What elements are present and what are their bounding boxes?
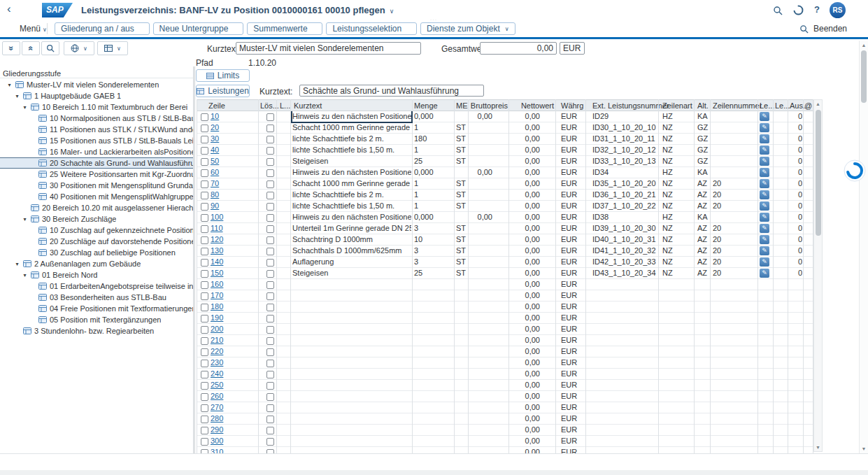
zeilennummer-cell[interactable]: 20 xyxy=(713,179,755,187)
row-select-checkbox[interactable] xyxy=(201,360,208,367)
ext-leistungsnummer-cell[interactable]: ID38 xyxy=(592,213,658,221)
loeschen-checkbox[interactable] xyxy=(266,292,274,300)
tree-item[interactable]: ▾ 20 Schachte als Grund- und Wahlausführ… xyxy=(0,157,193,169)
waehrung-cell[interactable]: EUR xyxy=(561,325,582,333)
langtext-edit-icon[interactable]: ✎ xyxy=(760,235,769,244)
tree-item[interactable]: ▾ 1 Hauptgebäude GAEB 1 xyxy=(0,90,193,101)
collapse-all-button[interactable]: « xyxy=(22,41,40,55)
langtext-edit-icon[interactable]: ✎ xyxy=(760,146,769,155)
col-zeilennummer[interactable]: Zeilennummer xyxy=(713,101,762,110)
col-zeile[interactable]: Zeile xyxy=(208,101,225,110)
langtext-edit-icon[interactable]: ✎ xyxy=(760,157,769,166)
tree-item[interactable]: ▾ 10 Zuschlag auf gekennzeichnete Positi… xyxy=(0,225,193,236)
tree-item[interactable]: ▾ 11 Positionen aus STLK / STLKWund ande… xyxy=(0,124,193,135)
nettowert-cell[interactable]: 0,00 xyxy=(509,381,540,389)
waehrung-cell[interactable]: EUR xyxy=(561,358,582,367)
col-bruttopreis[interactable]: Bruttopreis xyxy=(469,101,508,110)
waehrung-cell[interactable]: EUR xyxy=(561,403,582,411)
loeschen-checkbox[interactable] xyxy=(266,147,274,155)
expand-all-button[interactable]: » xyxy=(2,41,20,55)
zeile-link[interactable]: 90 xyxy=(211,201,246,210)
waehrung-cell[interactable]: EUR xyxy=(561,414,582,423)
zeile-link[interactable]: 230 xyxy=(211,358,246,367)
me-cell[interactable]: ST xyxy=(456,246,469,255)
user-avatar[interactable]: RS xyxy=(830,2,846,18)
loeschen-checkbox[interactable] xyxy=(266,393,274,401)
chevron-down-icon[interactable]: ∨ xyxy=(390,8,394,15)
zeilennummer-cell[interactable]: 20 xyxy=(713,235,755,243)
table-view-selector[interactable]: ∨ xyxy=(97,41,128,55)
kurztext-cell[interactable]: Hinweis zu den nächsten Positionen xyxy=(292,168,411,176)
menge-cell[interactable]: 0,000 xyxy=(414,168,453,176)
alt-cell[interactable]: AZ xyxy=(697,246,713,255)
nettowert-cell[interactable]: 0,00 xyxy=(509,358,540,367)
zeile-link[interactable]: 220 xyxy=(211,347,246,355)
menge-cell[interactable]: 3 xyxy=(414,246,453,255)
menge-cell[interactable]: 3 xyxy=(414,257,453,266)
waehrung-cell[interactable]: EUR xyxy=(561,392,582,400)
zeile-link[interactable]: 180 xyxy=(211,302,246,311)
row-select-checkbox[interactable] xyxy=(201,404,208,412)
nettowert-cell[interactable]: 0,00 xyxy=(509,347,540,355)
aus-cell[interactable]: 0 xyxy=(788,235,802,243)
zeile-link[interactable]: 170 xyxy=(211,291,246,299)
search-icon[interactable] xyxy=(773,6,783,17)
menubar-button[interactable]: Neue Untergruppe∨ xyxy=(153,22,244,35)
me-cell[interactable]: ST xyxy=(456,190,469,199)
zeilennummer-cell[interactable]: 20 xyxy=(713,190,755,199)
nettowert-cell[interactable]: 0,00 xyxy=(509,246,540,255)
zeilenart-cell[interactable]: NZ xyxy=(662,123,693,132)
row-select-checkbox[interactable] xyxy=(201,371,208,378)
zeilennummer-cell[interactable]: 20 xyxy=(713,269,755,277)
kurztext-input[interactable] xyxy=(236,42,421,55)
row-select-checkbox[interactable] xyxy=(201,169,208,177)
tree-item[interactable]: ▾ 30 Positionen mit Mengensplitund Grund… xyxy=(0,180,193,191)
zeilennummer-cell[interactable]: 20 xyxy=(713,257,755,266)
loeschen-checkbox[interactable] xyxy=(266,180,274,188)
ext-leistungsnummer-cell[interactable]: ID30_1_10_20_10 xyxy=(592,123,658,132)
limits-button[interactable]: Limits xyxy=(196,69,250,82)
col-l[interactable]: L... xyxy=(280,101,290,110)
kurztext-cell[interactable]: Schacht 1000 mm Gerinne gerade übe... xyxy=(292,179,411,187)
aus-cell[interactable]: 0 xyxy=(788,134,802,143)
leistungen-button[interactable]: Leistungen xyxy=(196,85,250,97)
alt-cell[interactable]: AZ xyxy=(697,269,713,277)
waehrung-cell[interactable]: EUR xyxy=(561,381,582,389)
menubar-button[interactable]: Gliederung an / aus∨ xyxy=(55,22,150,35)
langtext-edit-icon[interactable]: ✎ xyxy=(760,269,769,278)
langtext-edit-icon[interactable]: ✎ xyxy=(760,201,769,211)
loeschen-checkbox[interactable] xyxy=(266,192,274,199)
nettowert-cell[interactable]: 0,00 xyxy=(509,257,540,266)
zeile-link[interactable]: 130 xyxy=(211,246,246,255)
zeilenart-cell[interactable]: NZ xyxy=(662,201,693,210)
zeile-link[interactable]: 80 xyxy=(211,190,246,199)
chevron-down-icon[interactable]: ▾ xyxy=(21,104,29,111)
loeschen-checkbox[interactable] xyxy=(266,225,274,233)
nettowert-cell[interactable]: 0,00 xyxy=(509,302,540,311)
nettowert-cell[interactable]: 0,00 xyxy=(509,134,540,143)
menubar-button[interactable]: Dienste zum Objekt∨ xyxy=(420,22,515,35)
waehrung-cell[interactable]: EUR xyxy=(561,347,582,355)
nettowert-cell[interactable]: 0,00 xyxy=(509,157,540,165)
nettowert-cell[interactable]: 0,00 xyxy=(509,213,540,221)
row-select-checkbox[interactable] xyxy=(201,304,208,311)
ext-leistungsnummer-cell[interactable]: ID39_1_10_20_30 xyxy=(592,224,658,232)
menu-button[interactable]: Menü∨ xyxy=(20,24,47,34)
tree-item[interactable]: ▾ 10 Bereich 1.10 mit Textumbruch der Be… xyxy=(0,101,193,113)
nettowert-cell[interactable]: 0,00 xyxy=(509,224,540,232)
aus-cell[interactable]: 0 xyxy=(788,157,802,165)
nettowert-cell[interactable]: 0,00 xyxy=(509,448,540,453)
kurztext-cell[interactable]: lichte Schachttiefe bis 1,50 m. xyxy=(292,201,411,210)
aus-cell[interactable]: 0 xyxy=(788,224,802,232)
zeile-link[interactable]: 20 xyxy=(211,123,246,132)
loeschen-checkbox[interactable] xyxy=(266,382,274,390)
find-button[interactable] xyxy=(41,41,59,55)
langtext-edit-icon[interactable]: ✎ xyxy=(760,123,769,132)
loeschen-checkbox[interactable] xyxy=(266,136,274,143)
col-waehrung[interactable]: Währg xyxy=(561,101,583,110)
tree-item[interactable]: ▾ 03 Besonderheiten aus STLB-Bau xyxy=(0,292,193,303)
alt-cell[interactable]: GZ xyxy=(697,134,713,143)
zeile-link[interactable]: 40 xyxy=(211,146,246,154)
loeschen-checkbox[interactable] xyxy=(266,348,274,356)
langtext-edit-icon[interactable]: ✎ xyxy=(760,257,769,267)
